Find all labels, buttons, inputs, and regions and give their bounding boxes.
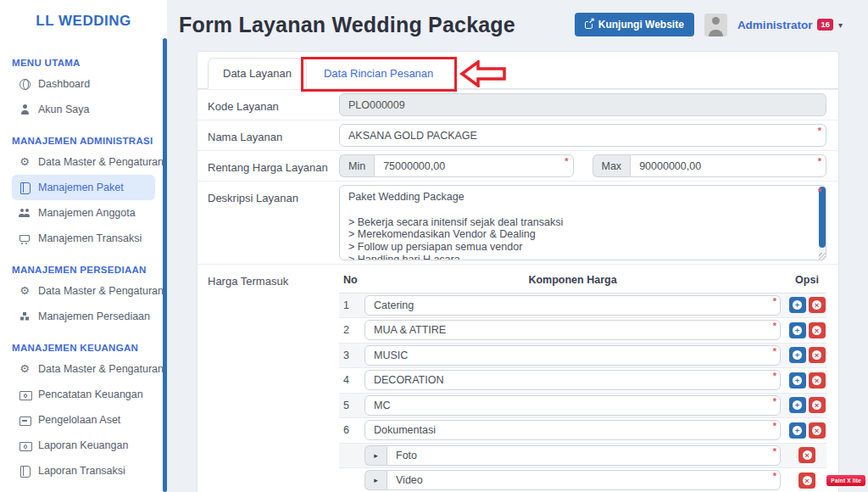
brand-logo[interactable]: LL WEDDING	[0, 0, 167, 42]
sidebar-item-data-master-persediaan[interactable]: ⚙ Data Master & Pengaturan	[12, 278, 155, 304]
archive-icon	[19, 414, 31, 426]
users-icon	[19, 207, 31, 219]
section-menu-utama: MENU UTAMA	[12, 58, 155, 68]
user-icon	[19, 103, 31, 115]
subkomponen-field[interactable]	[387, 470, 781, 490]
nama-layanan-label: Nama Layanan	[208, 124, 339, 143]
row-nama-layanan: Nama Layanan *	[198, 120, 838, 150]
globe-icon	[19, 78, 31, 90]
add-subcomponent-button[interactable]: +	[789, 422, 806, 439]
remove-component-button[interactable]: ×	[809, 397, 826, 413]
required-mark: *	[773, 446, 776, 456]
annotation-left-arrow	[459, 60, 507, 87]
sidebar-item-laporan-keuangan[interactable]: Laporan Keuangan	[12, 433, 155, 458]
visit-website-button[interactable]: ↗ Kunjungi Website	[575, 13, 694, 36]
required-mark: *	[773, 371, 776, 381]
komponen-field[interactable]	[364, 320, 781, 340]
main-content: Form Layanan Wedding Package ↗ Kunjungi …	[167, 0, 868, 492]
table-subrow: ▸ * ×	[339, 468, 826, 492]
sidebar-item-laporan-transaksi[interactable]: Laporan Transaksi	[12, 458, 155, 484]
komponen-field[interactable]	[364, 295, 781, 316]
form-card: Data Layanan Data Rincian Pesanan Kode L…	[197, 51, 839, 492]
required-mark: *	[818, 126, 821, 136]
row-harga-termasuk: Harga Termasuk No Komponen Harga Opsi 1 …	[198, 264, 838, 492]
add-subcomponent-button[interactable]: +	[789, 397, 806, 413]
max-price-field[interactable]	[630, 154, 826, 177]
row-deskripsi: Deskripsi Layanan Paket Wedding Package …	[198, 181, 838, 264]
sidebar-item-data-master-keuangan[interactable]: ⚙ Data Master & Pengaturan	[12, 356, 155, 382]
resize-handle[interactable]	[819, 253, 826, 260]
sidebar-item-pencatatan-keuangan[interactable]: Pencatatan Keuangan	[12, 382, 155, 407]
sidebar-item-manajemen-paket[interactable]: Manajemen Paket	[12, 175, 155, 200]
book-icon	[19, 465, 31, 477]
tab-bar: Data Layanan Data Rincian Pesanan	[198, 52, 838, 89]
plus-circle-icon: +	[793, 376, 802, 385]
sidebar-item-data-master-administrasi[interactable]: ⚙ Data Master & Pengaturan	[12, 149, 155, 175]
close-circle-icon: ×	[803, 450, 812, 460]
sidebar-item-manajemen-persediaan[interactable]: Manajemen Persediaan	[12, 304, 155, 329]
add-subcomponent-button[interactable]: +	[789, 372, 806, 389]
required-mark: *	[818, 156, 821, 166]
subkomponen-field[interactable]	[387, 445, 781, 466]
sidebar-item-akun-saya[interactable]: Akun Saya	[12, 97, 155, 122]
row-kode-layanan: Kode Layanan	[198, 89, 838, 120]
table-row: 1 * + ×	[339, 294, 826, 319]
tab-data-rincian-pesanan[interactable]: Data Rincian Pesanan	[309, 59, 448, 88]
sidebar-item-pengelolaan-aset[interactable]: Pengelolaan Aset	[12, 407, 155, 433]
row-rentang-harga: Rentang Harga Layanan Min * Max *	[198, 150, 838, 181]
harga-termasuk-label: Harga Termasuk	[208, 268, 339, 288]
boxes-icon	[19, 310, 31, 322]
table-row: 6 * + ×	[339, 418, 826, 444]
komponen-field[interactable]	[364, 420, 781, 440]
plus-circle-icon: +	[793, 300, 802, 310]
caret-right-icon[interactable]: ▸	[364, 445, 387, 466]
remove-subcomponent-button[interactable]: ×	[798, 447, 815, 463]
page-title: Form Layanan Wedding Package	[179, 13, 565, 37]
rentang-harga-label: Rentang Harga Layanan	[208, 154, 339, 174]
max-prefix: Max	[593, 154, 631, 177]
sidebar-item-dashboard[interactable]: Dashboard	[12, 71, 155, 97]
required-mark: *	[773, 471, 776, 481]
nama-layanan-field[interactable]	[339, 124, 826, 147]
remove-subcomponent-button[interactable]: ×	[798, 472, 815, 489]
komponen-field[interactable]	[364, 395, 781, 416]
sidebar-scrollbar[interactable]	[163, 38, 167, 492]
add-subcomponent-button[interactable]: +	[789, 347, 806, 363]
komponen-field[interactable]	[364, 345, 781, 366]
required-mark: *	[565, 156, 568, 166]
add-subcomponent-button[interactable]: +	[789, 322, 806, 338]
komponen-field[interactable]	[364, 370, 781, 390]
kode-layanan-field	[339, 93, 826, 116]
notification-badge: 16	[817, 19, 833, 31]
money-icon	[19, 389, 31, 400]
section-manajemen-administrasi: MANAJEMEN ADMINISTRASI	[12, 136, 155, 146]
required-mark: *	[773, 346, 776, 356]
table-row: 3 * + ×	[339, 344, 826, 369]
add-subcomponent-button[interactable]: +	[789, 297, 806, 313]
gears-icon: ⚙	[19, 156, 31, 168]
textarea-scrollbar-track[interactable]	[819, 186, 826, 260]
remove-component-button[interactable]: ×	[809, 372, 826, 389]
avatar	[704, 14, 727, 36]
table-row: 2 * + ×	[339, 318, 826, 344]
sidebar-item-manajemen-transaksi[interactable]: Manajemen Transaksi	[12, 226, 155, 251]
required-mark: *	[773, 421, 776, 431]
section-manajemen-keuangan: MANAJEMEN KEUANGAN	[12, 343, 155, 353]
sidebar: LL WEDDING MENU UTAMA Dashboard Akun Say…	[0, 0, 167, 492]
book-icon	[19, 182, 31, 193]
remove-component-button[interactable]: ×	[809, 297, 826, 313]
sidebar-item-manajemen-anggota[interactable]: Manajemen Anggota	[12, 200, 155, 226]
required-mark: *	[773, 296, 776, 306]
user-menu[interactable]: Administrator 16 ▾	[737, 19, 843, 31]
money-icon	[19, 439, 31, 451]
close-circle-icon: ×	[812, 326, 821, 335]
tab-data-layanan[interactable]: Data Layanan	[208, 58, 307, 89]
deskripsi-textarea[interactable]: Paket Wedding Package > Bekerja secara i…	[339, 185, 826, 260]
remove-component-button[interactable]: ×	[809, 422, 826, 439]
remove-component-button[interactable]: ×	[809, 347, 826, 363]
remove-component-button[interactable]: ×	[809, 322, 826, 338]
user-name: Administrator	[737, 19, 813, 31]
deskripsi-label: Deskripsi Layanan	[208, 185, 339, 204]
caret-right-icon[interactable]: ▸	[364, 470, 387, 490]
min-price-field[interactable]	[374, 154, 573, 177]
